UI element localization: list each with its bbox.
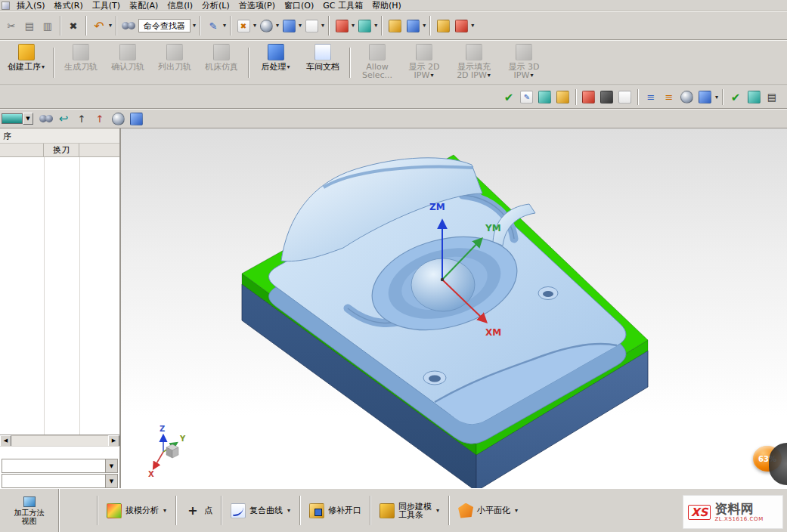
- draft-analysis-dropdown-icon[interactable]: ▾: [163, 508, 166, 514]
- column-tool-change[interactable]: 换刀: [44, 144, 79, 156]
- clock-icon[interactable]: [680, 91, 693, 104]
- workpiece-grid-icon[interactable]: [538, 91, 551, 104]
- back-arrow-icon[interactable]: ↩: [56, 111, 71, 126]
- move-up-icon[interactable]: ↑: [74, 111, 89, 126]
- menu-item-assemblies[interactable]: 装配(A): [125, 0, 163, 11]
- command-finder-dropdown-icon[interactable]: ▾: [193, 23, 196, 29]
- object-list-icon[interactable]: ≡: [643, 90, 658, 105]
- create-operation-button[interactable]: 创建工序▾: [3, 41, 50, 85]
- facet-body-dropdown-icon[interactable]: ▾: [515, 508, 518, 514]
- paste-icon[interactable]: ▥: [40, 18, 55, 33]
- combo-dropdown-icon[interactable]: ▼: [105, 459, 117, 472]
- composite-curve-dropdown-icon[interactable]: ▾: [287, 508, 290, 514]
- globe-icon[interactable]: [699, 91, 711, 104]
- datum-icon[interactable]: [336, 20, 349, 32]
- undo-icon[interactable]: ↶: [91, 18, 107, 33]
- measure-dropdown-icon[interactable]: ▾: [471, 23, 474, 29]
- render-style-icon[interactable]: [260, 20, 273, 32]
- measure-angle-icon[interactable]: [455, 20, 468, 32]
- show-3d-ipw-button[interactable]: 显示 3D IPW▾: [500, 41, 547, 85]
- h-scrollbar[interactable]: ◀ ▶: [0, 435, 119, 446]
- menu-item-preferences[interactable]: 首选项(P): [234, 0, 280, 11]
- command-finder-icon[interactable]: [122, 22, 135, 30]
- copy-icon[interactable]: ▤: [22, 18, 37, 33]
- background-icon[interactable]: [305, 20, 318, 32]
- combo-dropdown-icon[interactable]: ▼: [105, 475, 117, 487]
- scroll-right-button[interactable]: ▶: [108, 435, 119, 447]
- track-icon[interactable]: [39, 115, 53, 123]
- machine-simulation-button[interactable]: 机床仿真: [198, 41, 245, 85]
- section-view-icon[interactable]: [358, 20, 371, 32]
- brush-dropdown-icon[interactable]: ▾: [223, 23, 226, 29]
- report-table-icon[interactable]: [556, 91, 569, 104]
- menu-item-analysis[interactable]: 分析(L): [197, 0, 234, 11]
- move-up-alt-icon[interactable]: ↑: [92, 111, 107, 126]
- shop-documentation-button[interactable]: 车间文档: [299, 41, 346, 85]
- details-list-icon[interactable]: ▤: [764, 90, 779, 105]
- accept-check-icon[interactable]: ✔: [728, 90, 743, 105]
- menu-item-gc-toolbox[interactable]: GC 工具箱: [318, 0, 367, 11]
- delete-icon[interactable]: ✖: [66, 18, 81, 33]
- verify-toolpath-button[interactable]: 确认刀轨: [104, 41, 151, 85]
- window-menu-icon[interactable]: [2, 2, 10, 10]
- document-icon[interactable]: [618, 91, 631, 104]
- menu-item-help[interactable]: 帮助(H): [367, 0, 406, 11]
- background-dropdown-icon[interactable]: ▾: [321, 23, 324, 29]
- menu-item-tools[interactable]: 工具(T): [88, 0, 125, 11]
- composite-curve-button[interactable]: 复合曲线 ▾: [225, 489, 296, 532]
- patch-opening-button[interactable]: 修补开口: [304, 489, 367, 532]
- snap-dropdown-icon[interactable]: ▾: [423, 23, 426, 29]
- postprocess-button[interactable]: 后处理▾: [253, 41, 299, 85]
- cut-icon[interactable]: ✂: [4, 18, 19, 33]
- shaded-object-icon[interactable]: [112, 113, 125, 125]
- allow-selection-button[interactable]: Allow Selec...: [354, 41, 401, 85]
- show-2d-ipw-button[interactable]: 显示 2D IPW▾: [401, 41, 448, 85]
- show-3d-ipw-dropdown-icon[interactable]: ▾: [530, 73, 533, 79]
- scroll-left-button[interactable]: ◀: [0, 435, 11, 447]
- menu-item-format[interactable]: 格式(R): [50, 0, 88, 11]
- menu-item-window[interactable]: 窗口(O): [280, 0, 318, 11]
- navigator-list[interactable]: [0, 157, 119, 435]
- orient-view-dropdown-icon[interactable]: ▾: [299, 23, 302, 29]
- globe-dropdown-icon[interactable]: ▾: [715, 94, 718, 101]
- sync-dropdown-icon[interactable]: ▾: [436, 508, 439, 514]
- color-filter-swatch[interactable]: [2, 113, 23, 124]
- solid-cube-icon[interactable]: [130, 113, 143, 125]
- edit-list-icon[interactable]: ≡: [662, 90, 677, 105]
- postprocess-dropdown-icon[interactable]: ▾: [287, 64, 290, 70]
- menu-item-information[interactable]: 信息(I): [163, 0, 197, 11]
- column-name[interactable]: [0, 144, 44, 156]
- graphics-viewport[interactable]: ZM YM XM Z Y X 63%: [121, 128, 787, 488]
- snap-point-icon[interactable]: [407, 20, 420, 32]
- sketch-grid-icon[interactable]: ✖: [237, 20, 250, 32]
- verify-check-icon[interactable]: ✔: [501, 90, 516, 105]
- command-finder-box[interactable]: 命令查找器: [138, 19, 191, 32]
- combo-field[interactable]: [2, 459, 105, 472]
- brush-icon[interactable]: ✎: [206, 18, 221, 33]
- filter-dropdown-icon[interactable]: ▼: [23, 113, 33, 125]
- key-icon[interactable]: [389, 20, 401, 32]
- section-dropdown-icon[interactable]: ▾: [374, 23, 377, 29]
- combo-field[interactable]: [2, 475, 105, 487]
- sketch-dropdown-icon[interactable]: ▾: [253, 23, 256, 29]
- datum-dropdown-icon[interactable]: ▾: [352, 23, 355, 29]
- menu-item-insert[interactable]: 插入(S): [12, 0, 50, 11]
- edit-toolpath-icon[interactable]: ✎: [520, 91, 533, 104]
- show-filled-2d-ipw-dropdown-icon[interactable]: ▾: [488, 73, 491, 79]
- generate-toolpath-button[interactable]: 生成刀轨: [57, 41, 104, 85]
- flag-icon[interactable]: [582, 91, 595, 104]
- draft-analysis-button[interactable]: 拔模分析 ▾: [101, 489, 172, 532]
- point-button[interactable]: + 点: [180, 489, 218, 532]
- render-style-dropdown-icon[interactable]: ▾: [276, 23, 279, 29]
- machining-method-view-button[interactable]: 加工方法 视图: [0, 489, 59, 532]
- view-combo-2[interactable]: ▼: [2, 474, 118, 488]
- show-filled-2d-ipw-button[interactable]: 显示填充 2D IPW▾: [448, 41, 500, 85]
- measure-ruler-icon[interactable]: [437, 20, 450, 32]
- show-2d-ipw-dropdown-icon[interactable]: ▾: [430, 73, 433, 79]
- create-operation-dropdown-icon[interactable]: ▾: [42, 64, 45, 70]
- list-toolpath-button[interactable]: 列出刀轨: [151, 41, 198, 85]
- monitor-icon[interactable]: [600, 91, 613, 104]
- scroll-track[interactable]: [11, 436, 108, 446]
- view-combo-1[interactable]: ▼: [2, 459, 118, 473]
- undo-dropdown-icon[interactable]: ▾: [109, 23, 112, 29]
